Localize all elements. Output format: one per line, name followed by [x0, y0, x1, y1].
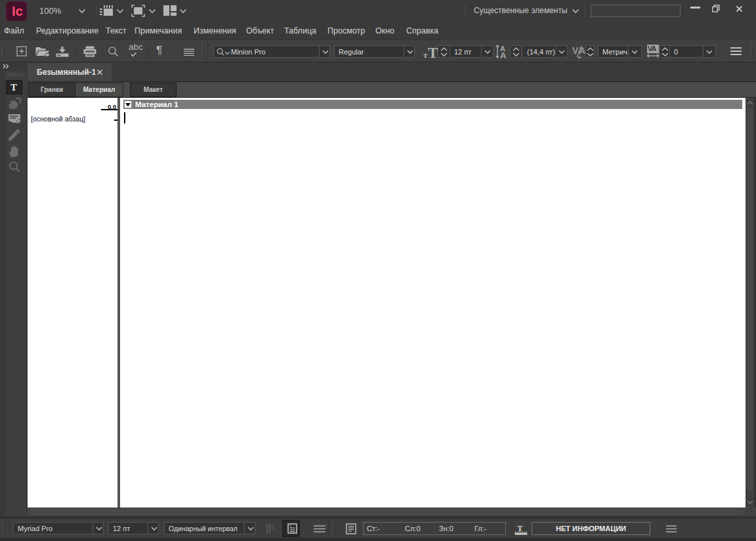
svg-text:т: т [423, 50, 428, 59]
svg-text:A: A [579, 45, 585, 56]
svg-text:T: T [428, 45, 438, 59]
svg-text:A: A [500, 51, 507, 60]
